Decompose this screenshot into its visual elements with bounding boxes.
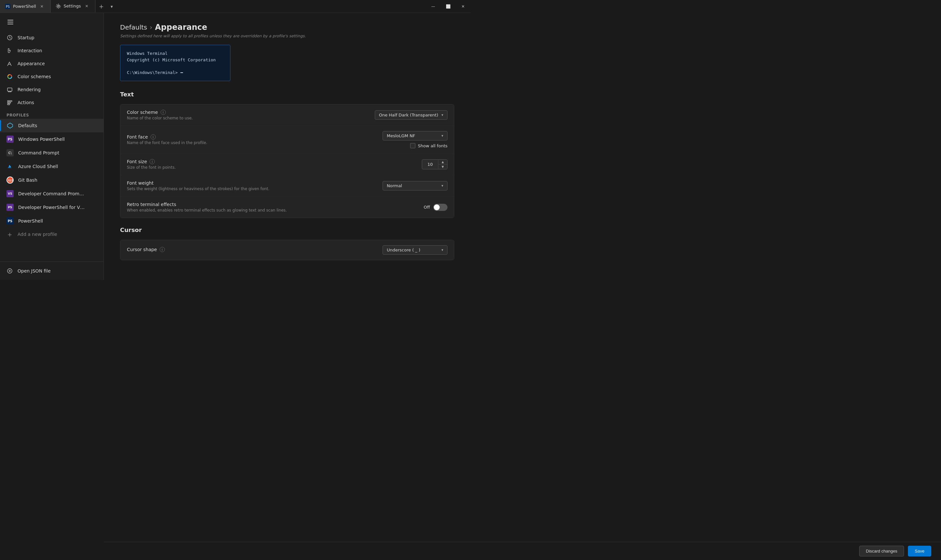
tabs-area: PS PowerShell ✕ Settings ✕ + ▾ <box>0 0 426 13</box>
azure-icon <box>6 163 14 170</box>
sidebar-item-dev-ps[interactable]: PS Developer PowerShell for VS 2022 <box>0 200 103 214</box>
terminal-line-1: Windows Terminal <box>127 50 224 57</box>
windows-ps-icon: PS <box>6 135 14 143</box>
terminal-line-2: Copyright (c) Microsoft Corporation <box>127 57 224 63</box>
svg-rect-10 <box>8 101 12 102</box>
breadcrumb-parent[interactable]: Defaults <box>120 23 147 31</box>
sidebar-item-dev-cmd[interactable]: VS Developer Command Prompt for VS 202 <box>0 187 103 200</box>
svg-rect-12 <box>8 104 10 105</box>
text-settings-card: Color scheme i Name of the color scheme … <box>120 104 454 218</box>
breadcrumb-separator: › <box>150 23 152 31</box>
font-weight-control: Normal ▾ <box>376 181 447 191</box>
command-prompt-icon: C\ <box>6 149 14 156</box>
font-size-label: Font size i <box>127 159 376 164</box>
sidebar-item-powershell[interactable]: PS PowerShell <box>0 214 103 228</box>
dev-cmd-icon: VS <box>6 190 14 197</box>
rendering-label: Rendering <box>17 87 41 92</box>
git-bash-label: Git Bash <box>18 177 37 183</box>
settings-tab-icon <box>56 3 61 9</box>
tab-powershell-label: PowerShell <box>13 4 36 9</box>
font-face-info-icon[interactable]: i <box>151 134 156 140</box>
terminal-line-4: C:\Windows\Terminal> <box>127 69 224 76</box>
cursor-shape-control: Underscore ( _ ) ▾ <box>376 245 447 255</box>
dev-ps-icon: PS <box>6 204 14 211</box>
sidebar-item-rendering[interactable]: Rendering <box>0 83 103 96</box>
color-scheme-dropdown[interactable]: One Half Dark (Transparent) ▾ <box>375 110 447 120</box>
powershell-profile-icon: PS <box>6 217 14 225</box>
add-profile-label: Add a new profile <box>17 232 57 237</box>
retro-effects-toggle[interactable] <box>433 204 447 211</box>
font-weight-info: Font weight Sets the weight (lightness o… <box>127 180 376 191</box>
font-face-dropdown-arrow: ▾ <box>441 134 443 138</box>
terminal-preview: Windows Terminal Copyright (c) Microsoft… <box>120 45 231 81</box>
sidebar-item-appearance[interactable]: Appearance <box>0 57 103 70</box>
defaults-profile-icon <box>6 122 14 129</box>
sidebar-item-command-prompt[interactable]: C\ Command Prompt <box>0 146 103 160</box>
tab-dropdown-button[interactable]: ▾ <box>107 0 116 13</box>
cursor-shape-dropdown[interactable]: Underscore ( _ ) ▾ <box>383 245 447 255</box>
font-size-value[interactable]: 10 <box>422 160 438 169</box>
maximize-button[interactable]: ⬜ <box>441 0 455 13</box>
breadcrumb: Defaults › Appearance <box>120 23 454 32</box>
sidebar-item-add-profile[interactable]: + Add a new profile <box>0 228 103 241</box>
font-size-control: 10 ▲ ▼ <box>376 159 447 169</box>
svg-point-16 <box>9 270 11 272</box>
retro-effects-desc: When enabled, enables retro terminal eff… <box>127 208 376 212</box>
font-face-value: MesloLGM NF <box>387 133 415 138</box>
hamburger-button[interactable] <box>5 17 15 27</box>
tab-powershell[interactable]: PS PowerShell ✕ <box>0 0 51 13</box>
sidebar-item-windows-ps[interactable]: PS Windows PowerShell <box>0 132 103 146</box>
font-size-info-icon[interactable]: i <box>149 159 155 164</box>
font-size-desc: Size of the font in points. <box>127 165 376 170</box>
profiles-header: Profiles <box>0 109 103 119</box>
interaction-icon <box>6 48 13 54</box>
rendering-icon <box>6 86 13 93</box>
open-json-label: Open JSON file <box>17 268 51 274</box>
sidebar-item-defaults[interactable]: Defaults <box>0 119 103 132</box>
font-face-label: Font face i <box>127 134 376 140</box>
color-schemes-icon <box>6 73 13 80</box>
retro-effects-toggle-label: Off <box>424 205 430 209</box>
close-button[interactable]: ✕ <box>455 0 470 13</box>
color-scheme-info: Color scheme i Name of the color scheme … <box>127 110 375 120</box>
sidebar-item-color-schemes[interactable]: Color schemes <box>0 70 103 83</box>
tab-powershell-close[interactable]: ✕ <box>38 3 45 10</box>
color-scheme-info-icon[interactable]: i <box>161 110 166 115</box>
startup-icon <box>6 34 13 41</box>
command-prompt-label: Command Prompt <box>18 150 59 155</box>
terminal-cursor <box>180 72 183 73</box>
open-json-button[interactable]: Open JSON file <box>0 265 103 277</box>
cursor-shape-info: Cursor shape i <box>127 247 376 253</box>
content-area: Defaults › Appearance Settings defined h… <box>104 13 470 280</box>
tab-settings[interactable]: Settings ✕ <box>51 0 95 13</box>
font-size-info: Font size i Size of the font in points. <box>127 159 376 170</box>
font-weight-label: Font weight <box>127 180 376 186</box>
sidebar-item-azure[interactable]: Azure Cloud Shell <box>0 160 103 173</box>
show-all-fonts-checkbox-container[interactable]: Show all fonts <box>410 143 447 148</box>
sidebar-item-actions[interactable]: Actions <box>0 96 103 109</box>
show-all-fonts-label: Show all fonts <box>418 143 447 148</box>
cursor-shape-info-icon[interactable]: i <box>160 247 165 252</box>
font-face-dropdown[interactable]: MesloLGM NF ▾ <box>383 131 447 140</box>
sidebar-item-startup[interactable]: Startup <box>0 31 103 44</box>
color-schemes-label: Color schemes <box>17 74 51 79</box>
dev-cmd-label: Developer Command Prompt for VS 202 <box>18 191 86 196</box>
page-subtitle: Settings defined here will apply to all … <box>120 34 454 38</box>
font-size-spinner: 10 ▲ ▼ <box>422 159 447 169</box>
powershell-label: PowerShell <box>18 218 43 223</box>
show-all-fonts-checkbox[interactable] <box>410 143 415 148</box>
sidebar-item-git-bash[interactable]: Git Git Bash <box>0 173 103 187</box>
font-size-down-arrow[interactable]: ▼ <box>438 165 447 169</box>
font-weight-dropdown[interactable]: Normal ▾ <box>383 181 447 191</box>
defaults-label: Defaults <box>18 123 37 128</box>
dev-ps-label: Developer PowerShell for VS 2022 <box>18 205 86 210</box>
cursor-shape-row: Cursor shape i Underscore ( _ ) ▾ <box>120 240 454 260</box>
new-tab-button[interactable]: + <box>95 0 107 13</box>
font-size-up-arrow[interactable]: ▲ <box>438 160 447 165</box>
tab-settings-close[interactable]: ✕ <box>83 3 90 9</box>
sidebar-item-interaction[interactable]: Interaction <box>0 44 103 57</box>
svg-point-15 <box>8 269 12 273</box>
minimize-button[interactable]: — <box>426 0 441 13</box>
cursor-shape-label: Cursor shape i <box>127 247 376 252</box>
cursor-shape-value: Underscore ( _ ) <box>387 248 420 252</box>
